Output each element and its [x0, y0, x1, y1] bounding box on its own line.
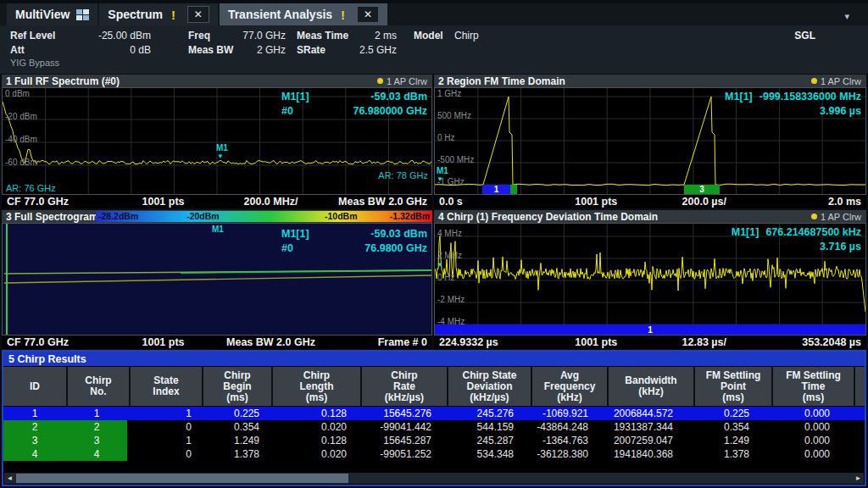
table-cell[interactable]: 1941840.368 — [595, 447, 680, 461]
region-1-bar[interactable]: 1 — [482, 185, 510, 194]
table-cell[interactable]: 245.287 — [438, 434, 520, 447]
table-cell[interactable]: -43864.248 — [520, 420, 595, 434]
table-cell[interactable]: 0.225 — [198, 407, 266, 420]
table-cell[interactable]: 1.378 — [198, 447, 266, 461]
field-meas-time[interactable]: Meas Time2 ms — [297, 30, 397, 43]
region-3-bar[interactable]: 3 — [684, 185, 720, 194]
tab-transient-close-icon[interactable]: ✕ — [357, 6, 379, 23]
table-cell[interactable]: 0.128 — [266, 407, 353, 420]
y-axis-label: 0 Hz — [437, 273, 455, 282]
window4-titlebar[interactable]: 4 Chirp (1) Frequency Deviation Time Dom… — [434, 210, 866, 223]
table-cell[interactable]: 3 — [3, 434, 66, 447]
table-cell[interactable]: 0.000 — [756, 420, 837, 434]
table-cell[interactable]: -99051.252 — [353, 447, 438, 461]
table-cell[interactable]: 0 — [127, 447, 198, 461]
window3-plot-area[interactable]: M1 M1[1]-59.03 dBm #076.9800 GHz — [2, 223, 432, 336]
column-header[interactable]: Bandwidth (kHz) — [609, 367, 693, 406]
field-freq[interactable]: Freq77.0 GHz — [188, 30, 286, 43]
table-title[interactable]: 5 Chirp Results — [3, 352, 865, 366]
table-cell[interactable]: 4 — [66, 447, 127, 461]
field-att[interactable]: Att0 dB — [10, 44, 151, 58]
scrollbar-thumb[interactable] — [16, 474, 348, 483]
tab-multiview-label: MultiView — [15, 8, 70, 21]
window4-plot-area[interactable]: M1[1]676.214687500 kHz 3.716 µs ▼ 1 4 MH… — [434, 223, 866, 336]
table-cell[interactable]: 0.128 — [266, 434, 353, 447]
window2-titlebar[interactable]: 2 Region FM Time Domain 1 AP Clrw — [434, 75, 866, 87]
column-header[interactable]: Chirp Begin (ms) — [203, 367, 271, 406]
column-header[interactable]: Chirp No. — [68, 367, 129, 406]
column-header[interactable]: FM Settling Point (ms) — [695, 367, 771, 406]
table-cell[interactable]: 2 — [3, 420, 66, 434]
window3-titlebar[interactable]: 3 Full Spectrogram -28.2dBm -20dBm -10dB… — [2, 210, 432, 223]
table-row[interactable]: 4401.3780.020-99051.252534.348-36128.380… — [3, 447, 865, 461]
tab-spectrum-close-icon[interactable]: ✕ — [187, 6, 209, 23]
table-row[interactable]: 3311.2490.12815645.287245.287-1364.76320… — [3, 434, 865, 447]
table-cell[interactable]: 1.249 — [198, 434, 266, 447]
marker-m1-icon[interactable]: ▼ — [217, 152, 224, 161]
marker-m1-icon[interactable]: ▼ — [437, 261, 443, 269]
table-cell[interactable]: 1 — [127, 407, 198, 420]
table-cell[interactable]: 3 — [66, 434, 127, 447]
table-cell[interactable]: 0.020 — [266, 447, 353, 461]
trace-dot-icon — [811, 214, 817, 219]
window1-titlebar[interactable]: 1 Full RF Spectrum (#0) 1 AP Clrw — [2, 75, 432, 87]
scroll-right-icon[interactable]: ► — [853, 473, 864, 484]
field-srate[interactable]: SRate2.5 GHz — [297, 44, 397, 58]
tab-transient-analysis[interactable]: Transient Analysis ! ✕ — [220, 3, 387, 25]
tab-spectrum[interactable]: Spectrum ! ✕ — [99, 3, 218, 25]
table-cell[interactable]: 1 — [127, 434, 198, 447]
table-cell[interactable]: -1364.763 — [520, 434, 595, 447]
window4-footer: 224.9332 µs1001 pts12.83 µs/353.2048 µs — [434, 336, 866, 349]
table-cell[interactable]: 1.249 — [680, 434, 756, 447]
table-cell[interactable]: 0.225 — [680, 407, 756, 420]
table-cell[interactable]: 245.276 — [438, 407, 520, 420]
tab-spectrum-label: Spectrum — [108, 8, 163, 21]
table-row[interactable]: 1110.2250.12815645.276245.276-1069.92120… — [3, 407, 865, 420]
window2-plot-area[interactable]: M1[1]-999.158336000 MHz 3.996 µs M1 ▼ 1 … — [434, 87, 866, 195]
table-cell[interactable]: -1069.921 — [520, 407, 595, 420]
table-cell[interactable]: -36128.380 — [520, 447, 595, 461]
chevron-down-icon[interactable]: ▾ — [844, 11, 849, 22]
column-header[interactable]: Avg Frequency (kHz) — [532, 367, 607, 406]
table-cell[interactable]: 2006844.572 — [595, 407, 680, 420]
table-cell[interactable]: 2 — [66, 420, 127, 434]
y-axis-label: -60 dBm — [5, 158, 37, 167]
field-meas-bw[interactable]: Meas BW2 GHz — [188, 44, 286, 58]
field-ref-level[interactable]: Ref Level-25.00 dBm — [10, 30, 151, 43]
scroll-left-icon[interactable]: ◄ — [4, 473, 15, 484]
table-cell[interactable]: 0.354 — [680, 420, 756, 434]
table-cell[interactable]: 15645.276 — [353, 407, 438, 420]
table-cell[interactable]: 544.159 — [438, 420, 520, 434]
tab-multiview[interactable]: MultiView — [7, 3, 97, 25]
window1-footer: CF 77.0 GHz1001 pts200.0 MHz/Meas BW 2.0… — [2, 195, 432, 208]
column-header[interactable]: Chirp State Deviation (kHz/µs) — [448, 367, 531, 406]
table-cell[interactable]: 15645.287 — [353, 434, 438, 447]
table-cell[interactable]: 0.020 — [266, 420, 353, 434]
marker-m1-label[interactable]: M1 — [212, 225, 224, 234]
window-full-spectrogram: 3 Full Spectrogram -28.2dBm -20dBm -10dB… — [2, 210, 432, 349]
horizontal-scrollbar[interactable]: ◄ ► — [4, 473, 864, 484]
table-cell[interactable]: 0.000 — [756, 434, 837, 447]
table-cell[interactable]: 0.354 — [198, 420, 266, 434]
table-cell[interactable]: 534.348 — [438, 447, 520, 461]
column-header[interactable]: FM Settling Time (ms) — [773, 367, 854, 406]
window1-plot-area[interactable]: M1[1]-59.03 dBm #076.980000 GHz M1 ▼ AR:… — [2, 87, 432, 195]
field-model[interactable]: ModelChirp — [414, 30, 479, 43]
table-cell[interactable]: 0.000 — [756, 447, 837, 461]
table-cell[interactable]: -99041.442 — [353, 420, 438, 434]
table-cell[interactable]: 1.378 — [680, 447, 756, 461]
table-row[interactable]: 2200.3540.020-99041.442544.159-43864.248… — [3, 420, 865, 434]
trace-badge: 1 AP Clrw — [811, 210, 861, 223]
column-header[interactable]: Chirp Rate (kHz/µs) — [362, 367, 447, 406]
column-header[interactable]: State Index — [131, 367, 202, 406]
table-cell[interactable]: 0 — [127, 420, 198, 434]
table-cell[interactable]: 1 — [3, 407, 66, 420]
table-cell[interactable]: 1931387.344 — [595, 420, 680, 434]
table-cell[interactable]: 0.000 — [756, 407, 837, 420]
column-header[interactable]: ID — [3, 367, 66, 406]
table-cell[interactable]: 4 — [3, 447, 66, 461]
table-cell[interactable]: 2007259.047 — [595, 434, 680, 447]
marker-m1-icon[interactable]: ▼ — [437, 175, 443, 184]
column-header[interactable]: Chirp Length (ms) — [273, 367, 360, 406]
table-cell[interactable]: 1 — [66, 407, 127, 420]
